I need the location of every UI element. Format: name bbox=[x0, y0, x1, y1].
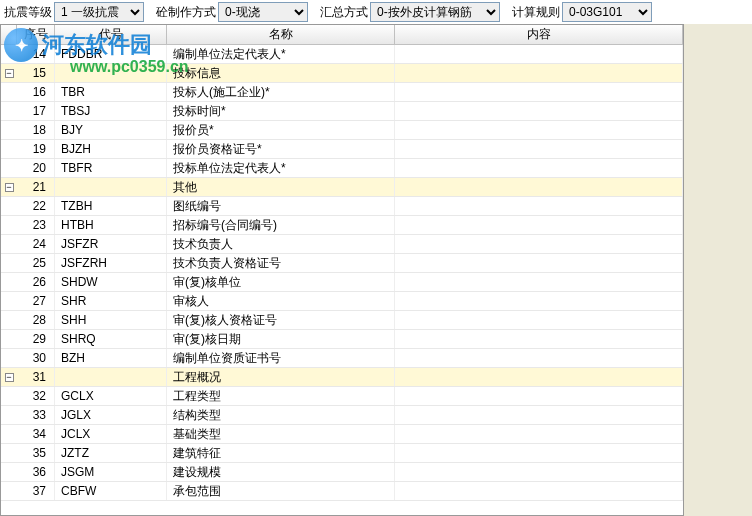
content-cell[interactable] bbox=[395, 330, 683, 348]
table-row[interactable]: 22TZBH图纸编号 bbox=[1, 197, 683, 216]
table-row[interactable]: −15投标信息 bbox=[1, 64, 683, 83]
code-cell: SHH bbox=[55, 311, 167, 329]
seq-cell: 21 bbox=[17, 178, 55, 196]
table-row[interactable]: 14FDDBR编制单位法定代表人* bbox=[1, 45, 683, 64]
expand-cell bbox=[1, 330, 17, 348]
header-seq: 序号 bbox=[17, 25, 55, 44]
content-cell[interactable] bbox=[395, 178, 683, 196]
content-cell[interactable] bbox=[395, 140, 683, 158]
table-row[interactable]: 20TBFR投标单位法定代表人* bbox=[1, 159, 683, 178]
table-row[interactable]: 17TBSJ投标时间* bbox=[1, 102, 683, 121]
table-row[interactable]: 27SHR审核人 bbox=[1, 292, 683, 311]
code-cell: JSFZR bbox=[55, 235, 167, 253]
content-cell[interactable] bbox=[395, 292, 683, 310]
expand-cell bbox=[1, 292, 17, 310]
expand-cell bbox=[1, 482, 17, 500]
rule-select[interactable]: 0-03G101 bbox=[562, 2, 652, 22]
name-cell: 投标信息 bbox=[167, 64, 395, 82]
table-row[interactable]: 28SHH审(复)核人资格证号 bbox=[1, 311, 683, 330]
expand-cell[interactable]: − bbox=[1, 368, 17, 386]
code-cell: JSFZRH bbox=[55, 254, 167, 272]
content-cell[interactable] bbox=[395, 45, 683, 63]
expand-cell bbox=[1, 311, 17, 329]
code-cell: JZTZ bbox=[55, 444, 167, 462]
expand-cell bbox=[1, 45, 17, 63]
table-row[interactable]: 29SHRQ审(复)核日期 bbox=[1, 330, 683, 349]
content-cell[interactable] bbox=[395, 311, 683, 329]
content-cell[interactable] bbox=[395, 482, 683, 500]
table-row[interactable]: 36JSGM建设规模 bbox=[1, 463, 683, 482]
name-cell: 投标人(施工企业)* bbox=[167, 83, 395, 101]
summary-select[interactable]: 0-按外皮计算钢筋 bbox=[370, 2, 500, 22]
content-cell[interactable] bbox=[395, 463, 683, 481]
table-row[interactable]: 16TBR投标人(施工企业)* bbox=[1, 83, 683, 102]
code-cell: BZH bbox=[55, 349, 167, 367]
content-cell[interactable] bbox=[395, 387, 683, 405]
expand-cell bbox=[1, 273, 17, 291]
code-cell: TBSJ bbox=[55, 102, 167, 120]
table-row[interactable]: 24JSFZR技术负责人 bbox=[1, 235, 683, 254]
content-cell[interactable] bbox=[395, 444, 683, 462]
table-body[interactable]: 14FDDBR编制单位法定代表人*−15投标信息16TBR投标人(施工企业)*1… bbox=[1, 45, 683, 515]
name-cell: 工程概况 bbox=[167, 368, 395, 386]
name-cell: 审核人 bbox=[167, 292, 395, 310]
table-row[interactable]: 33JGLX结构类型 bbox=[1, 406, 683, 425]
collapse-icon[interactable]: − bbox=[5, 373, 14, 382]
expand-cell bbox=[1, 159, 17, 177]
name-cell: 技术负责人 bbox=[167, 235, 395, 253]
name-cell: 建筑特征 bbox=[167, 444, 395, 462]
code-cell: TBFR bbox=[55, 159, 167, 177]
header-code: 代号 bbox=[55, 25, 167, 44]
seq-cell: 29 bbox=[17, 330, 55, 348]
table-row[interactable]: 32GCLX工程类型 bbox=[1, 387, 683, 406]
table-row[interactable]: 35JZTZ建筑特征 bbox=[1, 444, 683, 463]
table-row[interactable]: 26SHDW审(复)核单位 bbox=[1, 273, 683, 292]
content-cell[interactable] bbox=[395, 273, 683, 291]
content-cell[interactable] bbox=[395, 102, 683, 120]
seq-cell: 18 bbox=[17, 121, 55, 139]
header-expand bbox=[1, 25, 17, 44]
collapse-icon[interactable]: − bbox=[5, 69, 14, 78]
content-cell[interactable] bbox=[395, 83, 683, 101]
table-row[interactable]: 25JSFZRH技术负责人资格证号 bbox=[1, 254, 683, 273]
content-cell[interactable] bbox=[395, 64, 683, 82]
table-row[interactable]: 19BJZH报价员资格证号* bbox=[1, 140, 683, 159]
name-cell: 审(复)核人资格证号 bbox=[167, 311, 395, 329]
table-row[interactable]: 37CBFW承包范围 bbox=[1, 482, 683, 501]
content-cell[interactable] bbox=[395, 425, 683, 443]
table-row[interactable]: −21其他 bbox=[1, 178, 683, 197]
table-row[interactable]: −31工程概况 bbox=[1, 368, 683, 387]
seq-cell: 25 bbox=[17, 254, 55, 272]
name-cell: 投标单位法定代表人* bbox=[167, 159, 395, 177]
seismic-select[interactable]: 1 一级抗震 bbox=[54, 2, 144, 22]
content-cell[interactable] bbox=[395, 235, 683, 253]
control-label: 砼制作方式 bbox=[156, 4, 216, 21]
expand-cell bbox=[1, 254, 17, 272]
control-select[interactable]: 0-现浇 bbox=[218, 2, 308, 22]
content-cell[interactable] bbox=[395, 121, 683, 139]
code-cell bbox=[55, 368, 167, 386]
table-row[interactable]: 34JCLX基础类型 bbox=[1, 425, 683, 444]
table-row[interactable]: 23HTBH招标编号(合同编号) bbox=[1, 216, 683, 235]
name-cell: 其他 bbox=[167, 178, 395, 196]
expand-cell[interactable]: − bbox=[1, 178, 17, 196]
code-cell: FDDBR bbox=[55, 45, 167, 63]
name-cell: 编制单位资质证书号 bbox=[167, 349, 395, 367]
name-cell: 编制单位法定代表人* bbox=[167, 45, 395, 63]
expand-cell bbox=[1, 387, 17, 405]
content-cell[interactable] bbox=[395, 216, 683, 234]
content-cell[interactable] bbox=[395, 349, 683, 367]
expand-cell[interactable]: − bbox=[1, 64, 17, 82]
name-cell: 招标编号(合同编号) bbox=[167, 216, 395, 234]
content-cell[interactable] bbox=[395, 368, 683, 386]
table-row[interactable]: 18BJY报价员* bbox=[1, 121, 683, 140]
content-cell[interactable] bbox=[395, 254, 683, 272]
code-cell bbox=[55, 64, 167, 82]
name-cell: 图纸编号 bbox=[167, 197, 395, 215]
content-cell[interactable] bbox=[395, 406, 683, 424]
content-cell[interactable] bbox=[395, 197, 683, 215]
table-row[interactable]: 30BZH编制单位资质证书号 bbox=[1, 349, 683, 368]
collapse-icon[interactable]: − bbox=[5, 183, 14, 192]
content-cell[interactable] bbox=[395, 159, 683, 177]
code-cell: SHDW bbox=[55, 273, 167, 291]
